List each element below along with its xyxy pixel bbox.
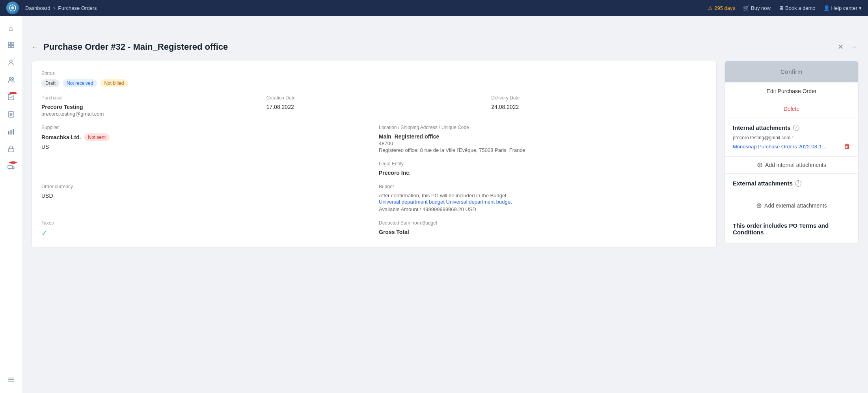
cart-icon: 🛒 [743, 5, 749, 11]
delivery-date-section: Delivery Date 24.08.2022 [491, 95, 707, 117]
sidebar-item-users[interactable] [3, 55, 19, 71]
app-logo [6, 2, 19, 14]
right-panel: Confirm Edit Purchase Order Delete Inter… [725, 61, 859, 244]
budget-link[interactable]: Universal department budget Universal de… [379, 199, 512, 205]
purchaser-label: Purchaser [41, 95, 257, 101]
sidebar-item-catalog[interactable] [3, 38, 19, 54]
orders-icon [7, 110, 15, 120]
add-external-attachments-button[interactable]: ⊕ Add external attachments [725, 197, 858, 214]
delivery-date-value: 24.08.2022 [491, 104, 707, 110]
tasks-badge [9, 92, 17, 95]
purchaser-name: Precoro Testing [41, 104, 257, 110]
svg-rect-18 [8, 165, 12, 168]
internal-attachments-section: Internal attachments i precoro.testing@g… [725, 118, 858, 156]
confirm-button[interactable]: Confirm [725, 61, 858, 82]
content-area: Status Draft Not received Not billed Pur… [32, 61, 859, 247]
next-icon[interactable]: → [848, 41, 859, 53]
breadcrumb: Dashboard > Purchase Orders [25, 5, 705, 11]
svg-point-1 [11, 6, 14, 9]
status-section: Status Draft Not received Not billed [41, 71, 707, 87]
delete-attachment-button[interactable]: 🗑 [844, 143, 850, 150]
status-draft-badge: Draft [41, 79, 60, 87]
demo-icon: 🖥 [779, 5, 784, 11]
buy-now-btn[interactable]: 🛒 Buy now [743, 5, 771, 11]
deducted-sum-section: Deducted Sum from Budget Gross Total [379, 220, 707, 238]
inventory-icon [7, 145, 15, 155]
svg-rect-3 [11, 42, 14, 45]
chevron-down-icon: ▾ [859, 5, 862, 11]
catalog-icon [7, 41, 15, 51]
reports-icon [7, 128, 15, 138]
sidebar-item-settings[interactable] [3, 372, 19, 388]
sidebar-item-tasks[interactable] [3, 90, 19, 106]
back-button[interactable]: ← [32, 43, 39, 51]
add-internal-attachments-button[interactable]: ⊕ Add internal attachments [725, 156, 858, 173]
order-currency-value: USD [41, 193, 369, 199]
budget-available: Available Amount : 499999999969.20 USD [379, 206, 707, 212]
budget-description: After confirmation, this PO will be incl… [379, 193, 707, 198]
budget-section: Budget After confirmation, this PO will … [379, 184, 707, 212]
sidebar: ⌂ [0, 16, 22, 393]
attachment-row: Monosnap Purchase Orders 2022-08-17 10-3… [733, 143, 850, 150]
status-not-billed-badge: Not billed [100, 79, 128, 87]
deducted-sum-label: Deducted Sum from Budget [379, 220, 707, 226]
purchaser-email: precoro.testing@gmail.com [41, 111, 257, 117]
trial-warning[interactable]: ⚠ 295 days [708, 5, 735, 11]
breadcrumb-sep1: > [53, 5, 56, 11]
sidebar-item-inventory[interactable] [3, 142, 19, 158]
svg-rect-15 [10, 130, 11, 135]
add-circle-icon: ⊕ [757, 161, 763, 169]
order-currency-section: Order currency USD [41, 184, 369, 212]
delivery-date-label: Delivery Date [491, 95, 707, 101]
internal-attachments-title: Internal attachments i [733, 124, 850, 131]
sidebar-item-contacts[interactable] [3, 73, 19, 88]
creation-date-label: Creation Date [266, 95, 482, 101]
supplier-section: Supplier Romachka Ltd. Not sent US [41, 125, 369, 153]
internal-attachments-info-icon[interactable]: i [793, 125, 799, 131]
sidebar-item-delivery[interactable] [3, 159, 19, 175]
breadcrumb-dashboard[interactable]: Dashboard [25, 5, 50, 11]
svg-point-6 [10, 60, 12, 62]
budget-label: Budget [379, 184, 707, 189]
svg-point-8 [11, 77, 13, 79]
breadcrumb-purchase-orders[interactable]: Purchase Orders [58, 5, 97, 11]
add-circle-external-icon: ⊕ [756, 201, 762, 210]
svg-point-19 [9, 168, 10, 169]
legal-entity-label: Legal Entity [379, 161, 707, 167]
location-address: Registered office: 8 rue de la Ville l'E… [379, 147, 707, 153]
nav-right: ⚠ 295 days 🛒 Buy now 🖥 Book a demo 👤 Hel… [708, 5, 862, 11]
svg-rect-5 [11, 45, 14, 48]
attachment-link[interactable]: Monosnap Purchase Orders 2022-08-17 10-3… [733, 144, 827, 150]
users-icon [7, 58, 15, 68]
location-section: Location / Shipping Address / Unique Cod… [379, 125, 707, 153]
legal-entity-value: Precoro Inc. [379, 170, 707, 176]
supplier-status-badge: Not sent [84, 133, 110, 141]
sidebar-item-home[interactable]: ⌂ [3, 21, 19, 36]
empty-left [41, 161, 369, 176]
sidebar-item-orders[interactable] [3, 107, 19, 123]
external-attachments-info-icon[interactable]: i [795, 180, 801, 187]
edit-purchase-order-button[interactable]: Edit Purchase Order [725, 82, 858, 100]
taxes-section: Taxes ✓ [41, 220, 369, 238]
delete-button[interactable]: Delete [725, 100, 858, 118]
sidebar-item-reports[interactable] [3, 125, 19, 140]
creation-date-value: 17.08.2022 [266, 104, 482, 110]
top-nav: Dashboard > Purchase Orders ⚠ 295 days 🛒… [0, 0, 868, 16]
uploader-label: precoro.testing@gmail.com : [733, 135, 850, 140]
supplier-label: Supplier [41, 125, 369, 130]
status-label: Status [41, 71, 707, 76]
po-terms-section: This order includes PO Terms and Conditi… [725, 214, 858, 243]
svg-rect-16 [13, 129, 14, 135]
order-currency-label: Order currency [41, 184, 369, 189]
book-demo-btn[interactable]: 🖥 Book a demo [779, 5, 816, 11]
close-icon[interactable]: ✕ [836, 41, 845, 53]
supplier-name: Romachka Ltd. [41, 134, 81, 140]
purchaser-section: Purchaser Precoro Testing precoro.testin… [41, 95, 257, 117]
svg-rect-17 [8, 149, 14, 152]
help-center-btn[interactable]: 👤 Help center ▾ [823, 5, 862, 11]
page-header-right: ✕ → [836, 41, 859, 53]
info-grid-row4: Order currency USD Budget After confirma… [41, 184, 707, 212]
svg-rect-2 [8, 42, 11, 45]
taxes-check-icon: ✓ [41, 229, 47, 237]
help-icon: 👤 [823, 5, 830, 11]
